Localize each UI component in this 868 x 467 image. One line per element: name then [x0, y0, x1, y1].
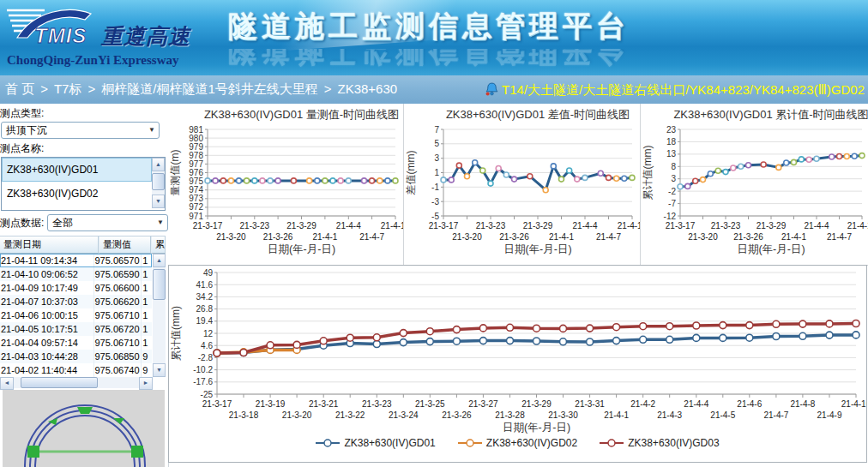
scroll-down-button[interactable]: ▼ — [153, 363, 166, 377]
point-type-select[interactable]: 拱顶下沉 ▼ — [1, 122, 160, 139]
scrollbar-thumb[interactable] — [21, 377, 98, 388]
svg-text:-2: -2 — [668, 187, 676, 196]
point-data-select[interactable]: 全部 ▼ — [47, 214, 168, 231]
svg-text:18: 18 — [666, 137, 677, 147]
svg-text:21-3-26: 21-3-26 — [733, 232, 763, 242]
svg-text:21-4-4: 21-4-4 — [573, 221, 598, 231]
measure-point-marker — [131, 446, 143, 458]
svg-text:26.8: 26.8 — [196, 304, 214, 314]
table-cell: 975.06620 — [93, 295, 142, 308]
table-column-header[interactable]: 量测值 — [99, 236, 151, 254]
list-vertical-scrollbar[interactable]: ▲ ▼ — [152, 158, 165, 208]
svg-text:979: 979 — [189, 142, 203, 152]
table-column-header[interactable]: 量测日期 — [0, 236, 99, 254]
svg-text:34.2: 34.2 — [196, 292, 214, 302]
svg-text:21-3-29: 21-3-29 — [523, 221, 553, 231]
breadcrumb-item[interactable]: T7标 — [54, 81, 82, 96]
table-row[interactable]: 21-04-07 10:37:03975.066201 — [0, 295, 152, 308]
scroll-up-button[interactable]: ▲ — [153, 254, 166, 267]
legend-marker-icon — [316, 439, 340, 447]
scrollbar-thumb[interactable] — [152, 173, 165, 190]
scroll-down-button[interactable]: ▼ — [152, 195, 165, 208]
table-cell: 1 — [141, 295, 152, 308]
table-cell: 1 — [141, 254, 152, 267]
svg-text:-10.2: -10.2 — [193, 365, 213, 374]
svg-text:21-3-20: 21-3-20 — [688, 232, 718, 242]
table-cell: 21-04-07 10:37:03 — [0, 295, 93, 308]
svg-text:21-4-6: 21-4-6 — [737, 399, 762, 409]
scrollbar-track[interactable] — [152, 171, 165, 195]
table-cell: 21-04-10 09:06:52 — [0, 267, 93, 281]
table-row[interactable]: 21-04-02 11:40:44975.067409 — [0, 363, 152, 377]
svg-text:21-4-2: 21-4-2 — [630, 399, 655, 409]
table-row[interactable]: 21-04-10 09:06:52975.065901 — [0, 267, 152, 281]
svg-text:ZK38+630(IV)GD01 量测值-时间曲线图: ZK38+630(IV)GD01 量测值-时间曲线图 — [204, 108, 399, 121]
table-row[interactable]: 21-04-06 10:00:15975.067101 — [0, 308, 152, 322]
svg-text:-5: -5 — [431, 212, 439, 221]
svg-text:21-4-1: 21-4-1 — [312, 232, 337, 242]
svg-text:21-3-23: 21-3-23 — [240, 221, 270, 231]
table-cell: 975.06710 — [93, 336, 142, 350]
point-data-label: 测点数据: — [0, 216, 44, 231]
svg-text:日期(年-月-日): 日期(年-月-日) — [737, 243, 805, 255]
logo-swoosh-icon: TMIS — [5, 3, 108, 46]
svg-text:21-4-7: 21-4-7 — [596, 232, 621, 242]
scrollbar-track[interactable] — [153, 267, 166, 363]
legend-item: ZK38+630(IV)GD01 — [316, 437, 435, 449]
svg-text:21-3-23: 21-3-23 — [476, 221, 506, 231]
table-row[interactable]: 21-04-04 09:57:14975.067101 — [0, 336, 152, 350]
svg-text:21-4-7: 21-4-7 — [763, 410, 788, 420]
svg-text:8: 8 — [671, 162, 676, 171]
svg-text:-17.6: -17.6 — [193, 377, 213, 386]
point-name-item[interactable]: ZK38+630(IV)GD01 — [2, 158, 152, 182]
table-row[interactable]: 21-04-05 10:17:51975.067201 — [0, 322, 152, 336]
scroll-right-button[interactable]: ► — [139, 377, 153, 390]
svg-text:ZK38+630(IV)GD01 累计值-时间曲线图: ZK38+630(IV)GD01 累计值-时间曲线图 — [673, 108, 868, 121]
cumulative-comparison-chart-panel: 4941.634.226.819.4124.6-2.8-10.2-17.6-25… — [168, 265, 867, 463]
table-column-header[interactable]: 累计值 — [151, 236, 166, 254]
breadcrumb-item[interactable]: ZK38+630 — [338, 81, 398, 96]
table-horizontal-scrollbar[interactable]: ◄ ► — [0, 377, 153, 388]
svg-text:21-3-26: 21-3-26 — [499, 232, 529, 242]
chevron-down-icon: ▼ — [148, 123, 155, 138]
breadcrumb-separator: > — [318, 81, 338, 96]
table-row[interactable]: 21-04-03 10:44:28975.068509 — [0, 350, 152, 363]
scroll-up-button[interactable]: ▲ — [152, 158, 165, 171]
scrollbar-thumb[interactable] — [153, 269, 166, 300]
svg-text:21-3-20: 21-3-20 — [216, 232, 246, 242]
logo-acronym: TMIS — [34, 24, 87, 46]
svg-text:21-3-17: 21-3-17 — [193, 221, 223, 231]
table-cell: 1 — [141, 308, 152, 322]
svg-text:49: 49 — [203, 268, 214, 278]
point-name-item[interactable]: ZK38+630(IV)GD03 — [2, 206, 152, 210]
table-cell: 1 — [141, 281, 152, 295]
scroll-left-button[interactable]: ◄ — [0, 377, 14, 390]
svg-text:23: 23 — [666, 125, 677, 135]
legend-label: ZK38+630(IV)GD01 — [344, 437, 435, 449]
breadcrumb-separator: > — [34, 81, 54, 96]
svg-text:21-4-4: 21-4-4 — [684, 399, 708, 409]
logo: TMIS 重遵高速 ChongQing-ZunYi Expressway — [5, 3, 230, 74]
svg-text:21-4-7: 21-4-7 — [359, 232, 384, 242]
svg-text:976: 976 — [189, 168, 203, 177]
svg-text:日期(年-月-日): 日期(年-月-日) — [268, 243, 335, 255]
table-cell: 975.06600 — [93, 281, 142, 295]
svg-text:21-4-10: 21-4-10 — [381, 221, 403, 231]
svg-text:21-4-1: 21-4-1 — [549, 232, 574, 242]
svg-text:974: 974 — [189, 185, 203, 195]
svg-text:-2.8: -2.8 — [198, 353, 214, 362]
chart-legend: ZK38+630(IV)GD01 ZK38+630(IV)GD02 ZK38+6… — [169, 437, 866, 449]
table-row[interactable]: 21-04-11 09:14:34975.065701 — [0, 254, 152, 267]
table-row[interactable]: 21-04-09 10:17:49975.066001 — [0, 281, 152, 295]
logo-english-name: ChongQing-ZunYi Expressway — [7, 53, 178, 68]
table-vertical-scrollbar[interactable]: ▲ ▼ — [153, 254, 166, 377]
point-name-item[interactable]: ZK38+630(IV)GD02 — [2, 182, 152, 206]
table-cell: 975.06570 — [93, 254, 142, 267]
svg-text:21-3-17: 21-3-17 — [202, 399, 232, 409]
chevron-down-icon: ▼ — [157, 215, 164, 231]
alert-ticker[interactable]: T14/大土隧道/大土隧道右线出口/YK84+823/YK84+823(Ⅲ)GD… — [485, 75, 865, 104]
scrollbar-track[interactable] — [14, 377, 139, 388]
breadcrumb-bar: 首 页>T7标>桐梓隧道/桐梓隧道1号斜井左线大里程>ZK38+630 T14/… — [0, 75, 868, 105]
breadcrumb-item[interactable]: 桐梓隧道/桐梓隧道1号斜井左线大里程 — [101, 81, 318, 96]
breadcrumb-item[interactable]: 首 页 — [5, 81, 34, 96]
